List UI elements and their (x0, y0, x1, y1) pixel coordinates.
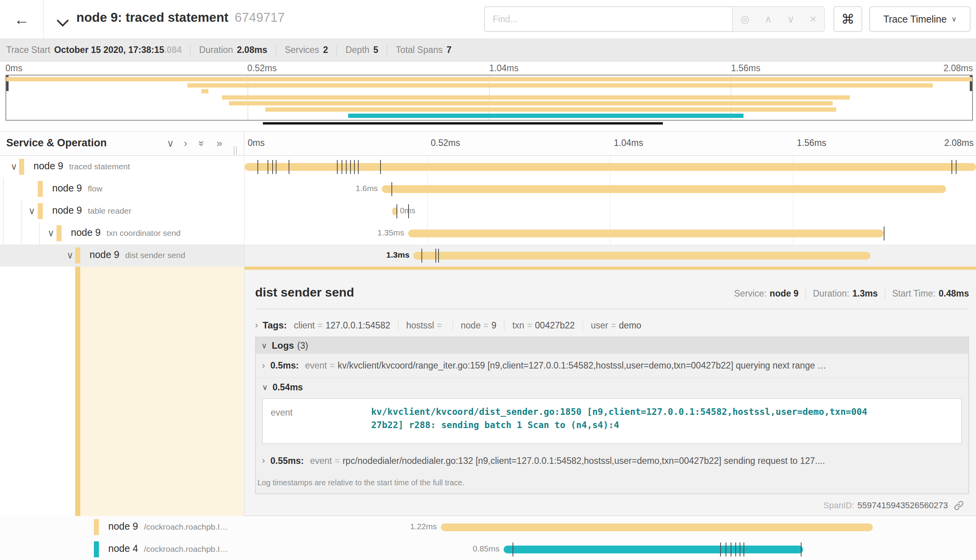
collapse-chevron-icon[interactable]: ∨ (48, 228, 55, 239)
span-duration-bar[interactable] (382, 185, 946, 193)
span-bar-lane[interactable]: 1.3ms (245, 244, 976, 267)
collapse-chevron-icon[interactable]: ∨ (67, 250, 74, 261)
services-value: 2 (323, 45, 328, 55)
logs-header[interactable]: ∨ Logs (3) (256, 337, 968, 354)
span-bar-lane[interactable]: 0.85ms (245, 538, 976, 560)
find-input[interactable] (484, 6, 732, 32)
span-tree-item[interactable]: ∨ node 9dist sender send (0, 244, 244, 267)
span-tree-item[interactable]: node 9/cockroach.roachpb.I… (0, 516, 244, 538)
service-color-chip (38, 203, 43, 219)
expand-one-icon[interactable]: › (184, 137, 187, 149)
span-duration-bar[interactable] (504, 546, 803, 553)
collapse-one-icon[interactable]: ∨ (167, 137, 174, 149)
span-duration-bar[interactable] (441, 523, 873, 531)
log-marker-tick (731, 542, 731, 556)
selected-span-accent-stripe (75, 267, 80, 516)
chevron-right-icon: › (262, 361, 265, 371)
tag-node: node=9 (461, 320, 496, 331)
next-match-icon[interactable]: ∨ (787, 13, 795, 25)
trace-summary-bar: Trace Start October 15 2020, 17:38:15 .0… (0, 39, 976, 61)
log-marker-tick (735, 542, 736, 556)
chevron-down-icon: ∨ (262, 383, 268, 392)
span-service-operation: node 9txn coordinator send (71, 227, 181, 238)
deep-link-icon[interactable] (953, 500, 964, 511)
minimap-axis-labels: 0ms 0.52ms 1.04ms 1.56ms 2.08ms (0, 63, 976, 73)
span-bar-lane[interactable]: 1.35ms (245, 222, 976, 244)
expand-all-icon[interactable]: » (217, 137, 222, 149)
minimap-span-bar (265, 107, 836, 112)
service-name: node 9 (33, 160, 63, 171)
span-duration-bar[interactable] (408, 230, 884, 237)
span-tree-item[interactable]: ∨ node 9traced statement (0, 156, 244, 178)
log-timestamp: 0.54ms (273, 382, 303, 393)
find-group: ◎ ∧ ∨ × (484, 6, 825, 32)
duration-label: Duration (199, 45, 233, 55)
tags-accordion[interactable]: › Tags: client=127.0.0.1:54582 hostssl= … (255, 317, 969, 334)
tag-user: user=demo (591, 320, 641, 331)
service-operation-header: Service & Operation ∨ › » » (0, 132, 244, 155)
command-icon: ⌘ (841, 11, 854, 27)
span-row-table-reader[interactable]: ∨ node 9table reader 0ms (0, 200, 976, 222)
log-marker-tick (421, 249, 422, 263)
span-row-txn-coordinator-send[interactable]: ∨ node 9txn coordinator send 1.35ms (0, 222, 976, 244)
back-button[interactable]: ← (0, 0, 44, 39)
span-tree-item[interactable]: node 9flow (0, 178, 244, 200)
operation-name: traced statement (69, 162, 130, 171)
log-marker-tick (276, 160, 277, 174)
collapse-all-icon[interactable]: » (196, 140, 208, 146)
span-tree-item[interactable]: node 4/cockroach.roachpb.I… (0, 538, 244, 560)
chevron-down-icon: ∨ (951, 15, 957, 23)
span-row-flow[interactable]: node 9flow 1.6ms (0, 178, 976, 200)
start-time-stat-label: Start Time: (892, 288, 935, 299)
span-bar-lane[interactable]: 1.22ms (245, 516, 976, 538)
operation-name: /cockroach.roachpb.I… (144, 522, 228, 531)
span-row-dist-sender-send[interactable]: ∨ node 9dist sender send 1.3ms (0, 244, 976, 267)
log-entry-2-header[interactable]: ∨ 0.54ms (256, 378, 968, 397)
keyboard-shortcuts-button[interactable]: ⌘ (833, 6, 862, 32)
log-marker-tick (884, 226, 884, 241)
span-row-node4-roachpb[interactable]: node 4/cockroach.roachpb.I… 0.85ms (0, 538, 976, 560)
minimap-canvas[interactable] (5, 75, 973, 121)
span-row-node9-roachpb[interactable]: node 9/cockroach.roachpb.I… 1.22ms (0, 516, 976, 538)
service-color-chip (38, 181, 43, 197)
span-id-value: 5597415943526560273 (858, 500, 948, 511)
log-marker-tick (396, 204, 397, 218)
span-service-operation: node 4/cockroach.roachpb.I… (108, 543, 228, 554)
span-duration-label: 1.6ms (356, 184, 378, 193)
span-bar-lane[interactable]: 1.6ms (245, 178, 976, 200)
minimap-tick-4: 2.08ms (944, 63, 973, 74)
detail-divider (255, 309, 969, 309)
log-marker-tick (438, 249, 439, 263)
span-detail-stats: Service:node 9 Duration:1.3ms Start Time… (734, 288, 969, 299)
prev-match-icon[interactable]: ∧ (765, 13, 772, 25)
locate-icon[interactable]: ◎ (740, 13, 749, 25)
span-rows-area: ∨ node 9traced statement node 9flow 1.6m… (0, 156, 976, 560)
span-duration-label: 0.85ms (473, 544, 500, 553)
log-marker-tick (513, 542, 513, 556)
log-entry-1[interactable]: › 0.5ms: event = kv/kvclient/kvcoord/ran… (256, 354, 968, 378)
axis-tick-1: 0.52ms (431, 138, 460, 148)
collapse-chevron-icon[interactable]: ∨ (28, 205, 35, 216)
span-tree-item[interactable]: ∨ node 9table reader (0, 200, 244, 222)
log-marker-tick (380, 160, 381, 174)
collapse-chevron-icon[interactable]: ∨ (11, 161, 18, 172)
logs-count: (3) (297, 341, 308, 351)
span-duration-bar[interactable] (413, 252, 870, 260)
span-bar-lane[interactable]: 0ms (245, 200, 976, 222)
span-tree-item[interactable]: ∨ node 9txn coordinator send (0, 222, 244, 244)
view-selector-button[interactable]: Trace Timeline ∨ (869, 6, 971, 32)
log-entry-3[interactable]: › 0.55ms: event = rpc/nodedialer/nodedia… (256, 449, 968, 473)
minimap-span-bar (348, 114, 744, 118)
chevron-down-icon[interactable] (58, 16, 68, 26)
log-marker-tick (743, 542, 744, 556)
log-marker-tick (358, 160, 359, 174)
clear-search-icon[interactable]: × (810, 12, 817, 26)
logs-footnote: Log timestamps are relative to the start… (256, 473, 968, 487)
span-bar-lane[interactable] (245, 156, 976, 178)
selected-span-highlight-column (80, 267, 244, 516)
minimap-scrubber[interactable] (263, 122, 663, 125)
column-resize-grip[interactable] (234, 146, 237, 155)
span-row-traced-statement[interactable]: ∨ node 9traced statement (0, 156, 976, 178)
span-id-label: SpanID: (823, 500, 854, 511)
operation-name: dist sender send (125, 251, 185, 260)
